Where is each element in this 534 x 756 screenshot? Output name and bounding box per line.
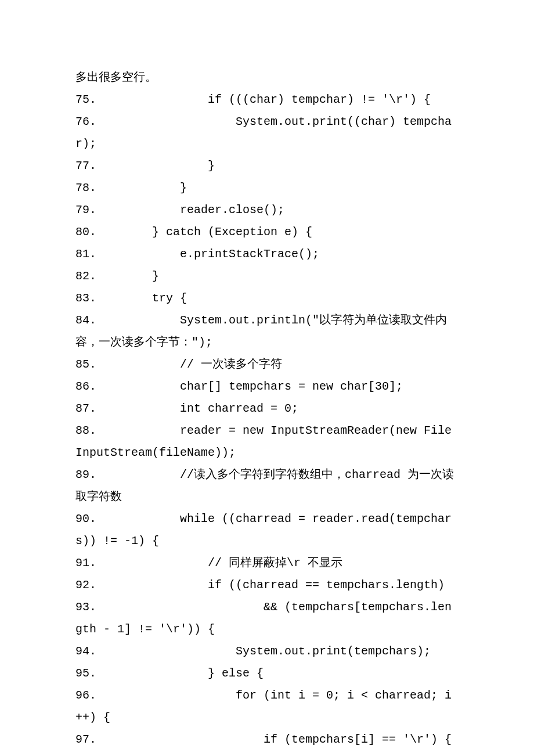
code-line: 81. e.printStackTrace(); — [75, 243, 459, 265]
code-line: 82. } — [75, 265, 459, 287]
code-line: 79. reader.close(); — [75, 199, 459, 221]
code-line: 76. System.out.print((char) tempchar); — [75, 111, 459, 155]
code-line: 多出很多空行。 — [75, 67, 459, 89]
code-line: 85. // 一次读多个字符 — [75, 354, 459, 376]
code-line: 80. } catch (Exception e) { — [75, 221, 459, 243]
code-line: 90. while ((charread = reader.read(tempc… — [75, 508, 459, 552]
code-line: 93. && (tempchars[tempchars.length - 1] … — [75, 596, 459, 640]
code-line: 75. if (((char) tempchar) != '\r') { — [75, 89, 459, 111]
code-line: 89. //读入多个字符到字符数组中，charread 为一次读取字符数 — [75, 464, 459, 508]
code-line: 96. for (int i = 0; i < charread; i++) { — [75, 685, 459, 729]
code-line: 92. if ((charread == tempchars.length) — [75, 574, 459, 596]
code-line: 87. int charread = 0; — [75, 398, 459, 420]
code-line: 91. // 同样屏蔽掉\r 不显示 — [75, 552, 459, 574]
code-line: 83. try { — [75, 287, 459, 309]
code-line: 97. if (tempchars[i] == '\r') { — [75, 729, 459, 751]
code-line: 78. } — [75, 177, 459, 199]
code-line: 94. System.out.print(tempchars); — [75, 640, 459, 663]
document-page: 多出很多空行。75. if (((char) tempchar) != '\r'… — [0, 0, 534, 756]
code-line: 88. reader = new InputStreamReader(new F… — [75, 420, 459, 464]
code-line: 95. } else { — [75, 663, 459, 685]
code-line: 77. } — [75, 155, 459, 177]
code-line: 86. char[] tempchars = new char[30]; — [75, 376, 459, 398]
code-line: 98. continue; — [75, 751, 459, 756]
code-line: 84. System.out.println("以字符为单位读取文件内容，一次读… — [75, 309, 459, 354]
